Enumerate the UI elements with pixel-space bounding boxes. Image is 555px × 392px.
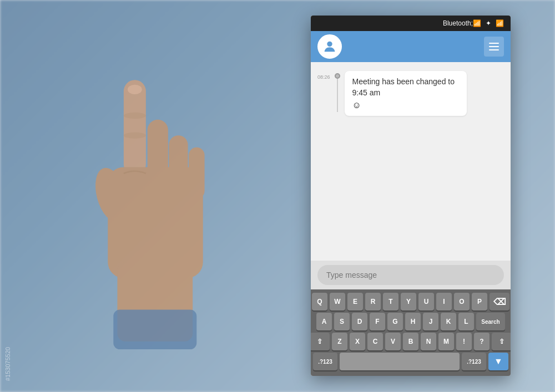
key-t[interactable]: T — [383, 293, 398, 310]
phone-app: Bluetooth;📶 ✦ 📶 08:26 Meeting has — [311, 16, 511, 376]
avatar-icon — [322, 39, 337, 54]
timeline-line — [337, 79, 338, 112]
hand-illustration — [0, 55, 266, 366]
key-question[interactable]: ? — [474, 333, 490, 350]
message-bubble: Meeting has been changed to 9:45 am ☺ — [345, 71, 467, 116]
status-bar: Bluetooth;📶 ✦ 📶 — [311, 16, 511, 31]
key-u[interactable]: U — [418, 293, 434, 310]
key-shift-left[interactable]: ⇧ — [311, 333, 330, 350]
key-w[interactable]: W — [330, 293, 345, 310]
key-f[interactable]: F — [370, 313, 385, 330]
avatar — [317, 34, 342, 59]
key-enter[interactable]: ▼ — [488, 353, 508, 370]
key-search[interactable]: Search — [476, 313, 505, 330]
key-d[interactable]: D — [352, 313, 367, 330]
svg-point-2 — [124, 133, 146, 139]
key-z[interactable]: Z — [332, 333, 347, 350]
app-header — [311, 31, 511, 62]
keyboard: Q W E R T Y U I O P ⌫ A S D F G H J K L … — [311, 289, 511, 376]
key-e[interactable]: E — [347, 293, 363, 310]
key-symbols-right[interactable]: .?123 — [462, 353, 486, 370]
svg-rect-7 — [108, 167, 203, 278]
key-j[interactable]: J — [423, 313, 438, 330]
wifi-icon: 📶 — [496, 19, 504, 27]
key-y[interactable]: Y — [401, 293, 416, 310]
key-o[interactable]: O — [454, 293, 470, 310]
key-p[interactable]: P — [472, 293, 487, 310]
bluetooth-symbol: ✦ — [486, 19, 491, 27]
key-h[interactable]: H — [405, 313, 421, 330]
key-exclaim[interactable]: ! — [456, 333, 472, 350]
key-v[interactable]: V — [385, 333, 401, 350]
key-symbols-left[interactable]: .?123 — [313, 353, 337, 370]
chat-area: 08:26 Meeting has been changed to 9:45 a… — [311, 62, 511, 261]
key-backspace[interactable]: ⌫ — [490, 293, 509, 310]
key-n[interactable]: N — [421, 333, 436, 350]
message-row: 08:26 Meeting has been changed to 9:45 a… — [317, 71, 504, 116]
key-shift-right[interactable]: ⇧ — [492, 333, 511, 350]
svg-rect-9 — [113, 310, 196, 349]
key-i[interactable]: I — [436, 293, 452, 310]
key-m[interactable]: M — [438, 333, 454, 350]
key-x[interactable]: X — [350, 333, 365, 350]
key-space[interactable] — [340, 353, 460, 370]
keyboard-row-3: ⇧ Z X C V B N M ! ? ⇧ — [313, 333, 508, 350]
message-text: Meeting has been changed to 9:45 am — [352, 77, 459, 98]
menu-line-2 — [489, 46, 499, 47]
keyboard-row-2: A S D F G H J K L Search — [313, 313, 508, 330]
message-time: 08:26 — [317, 74, 330, 80]
key-a[interactable]: A — [316, 313, 332, 330]
bluetooth-icon: Bluetooth;📶 — [443, 19, 481, 27]
hand-svg — [39, 72, 228, 349]
keyboard-row-1: Q W E R T Y U I O P ⌫ — [313, 293, 508, 310]
menu-button[interactable] — [484, 37, 504, 57]
svg-point-1 — [124, 113, 146, 119]
key-c[interactable]: C — [367, 333, 383, 350]
key-k[interactable]: K — [441, 313, 456, 330]
key-b[interactable]: B — [403, 333, 418, 350]
menu-line-1 — [489, 43, 499, 44]
fingernail — [128, 85, 142, 94]
svg-point-10 — [327, 42, 332, 47]
key-g[interactable]: G — [387, 313, 403, 330]
key-s[interactable]: S — [334, 313, 350, 330]
key-l[interactable]: L — [458, 313, 474, 330]
message-input[interactable] — [317, 265, 504, 285]
message-emoji: ☺ — [352, 100, 459, 110]
key-r[interactable]: R — [365, 293, 381, 310]
message-timeline — [335, 73, 340, 112]
keyboard-row-4: .?123 .?123 ▼ — [313, 353, 508, 370]
menu-line-3 — [489, 49, 499, 50]
key-q[interactable]: Q — [312, 293, 327, 310]
timeline-dot — [335, 73, 340, 79]
input-area — [311, 261, 511, 289]
